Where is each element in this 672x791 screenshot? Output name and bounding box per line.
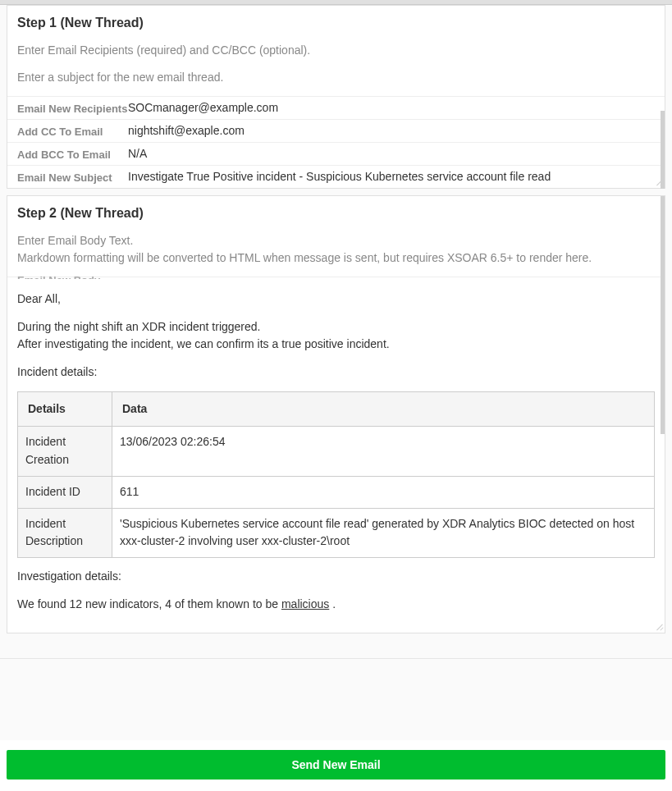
row-label-description: Incident Description (18, 508, 112, 557)
table-header-details: Details (18, 391, 112, 427)
subject-value[interactable]: Investigate True Positive incident - Sus… (128, 170, 655, 183)
step1-scrollbar[interactable] (661, 6, 665, 188)
table-row: Incident Description 'Suspicious Kuberne… (18, 508, 655, 557)
email-body-section[interactable]: Email New Body Dear All, During the nigh… (7, 277, 665, 633)
step1-title: Step 1 (New Thread) (17, 16, 655, 30)
recipients-row[interactable]: Email New Recipients SOCmanager@example.… (7, 96, 665, 119)
subject-row[interactable]: Email New Subject Investigate True Posit… (7, 165, 665, 188)
bottom-bar: Send New Email (0, 740, 672, 791)
step2-desc-body: Enter Email Body Text. (17, 232, 655, 249)
body-line1: During the night shift an XDR incident t… (17, 318, 655, 336)
row-value-creation: 13/06/2023 02:26:54 (112, 427, 655, 476)
recipients-value[interactable]: SOCmanager@example.com (128, 101, 655, 114)
cc-row[interactable]: Add CC To Email nightshift@exaple.com (7, 119, 665, 142)
incident-details-table: Details Data Incident Creation 13/06/202… (17, 391, 655, 558)
cc-label: Add CC To Email (17, 124, 128, 138)
table-row: Incident Creation 13/06/2023 02:26:54 (18, 427, 655, 476)
step2-scrollbar[interactable] (661, 196, 665, 633)
investigation-pre: We found 12 new indicators, 4 of them kn… (17, 597, 281, 610)
step2-title: Step 2 (New Thread) (17, 206, 655, 221)
row-value-description: 'Suspicious Kubernetes service account f… (112, 508, 655, 557)
investigation-line: We found 12 new indicators, 4 of them kn… (17, 596, 655, 614)
subject-label: Email New Subject (17, 170, 128, 184)
step2-card: Step 2 (New Thread) Enter Email Body Tex… (7, 195, 665, 633)
row-label-id: Incident ID (18, 476, 112, 508)
body-greeting: Dear All, (17, 290, 655, 309)
spacer (0, 658, 672, 740)
cc-value[interactable]: nightshift@exaple.com (128, 124, 655, 137)
body-line2: After investigating the incident, we can… (17, 336, 655, 354)
send-new-email-button[interactable]: Send New Email (7, 750, 665, 780)
step1-card: Step 1 (New Thread) Enter Email Recipien… (7, 5, 665, 189)
investigation-post: . (329, 597, 336, 610)
step1-desc-subject: Enter a subject for the new email thread… (17, 69, 655, 86)
investigation-details-heading: Investigation details: (17, 568, 655, 586)
email-body-content[interactable]: Dear All, During the night shift an XDR … (17, 279, 655, 613)
row-value-id: 611 (112, 476, 655, 508)
malicious-link[interactable]: malicious (281, 597, 329, 610)
table-header-data: Data (112, 391, 655, 427)
incident-details-heading: Incident details: (17, 363, 655, 382)
table-row: Incident ID 611 (18, 476, 655, 508)
step2-desc-markdown: Markdown formatting will be converted to… (17, 249, 655, 267)
bcc-value[interactable]: N/A (128, 147, 655, 160)
step1-desc-recipients: Enter Email Recipients (required) and CC… (17, 42, 655, 59)
bcc-label: Add BCC To Email (17, 147, 128, 161)
bcc-row[interactable]: Add BCC To Email N/A (7, 142, 665, 165)
recipients-label: Email New Recipients (17, 101, 128, 115)
row-label-creation: Incident Creation (18, 427, 112, 476)
